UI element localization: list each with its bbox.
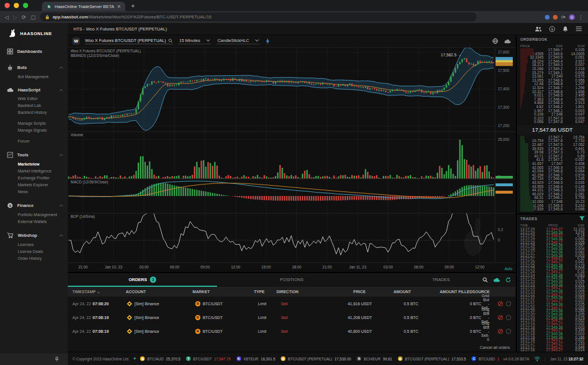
sidebar-item-tools[interactable]: Tools — [0, 149, 68, 160]
sidebar-item-licenses[interactable]: Licenses — [0, 241, 68, 248]
refresh-icon[interactable] — [505, 277, 511, 283]
search-icon[interactable] — [482, 277, 488, 283]
sidebar-item-exchange-profiler[interactable]: Exchange Profiler — [0, 174, 68, 181]
browser-profile-avatar[interactable]: G — [569, 14, 575, 20]
ticker-btc-usdt-perpetual-[interactable]: ◆BTC/USDT (PERPETUAL)17,533.5 — [398, 356, 466, 361]
tab-positions[interactable]: POSITIONS — [217, 273, 366, 287]
address-bar[interactable]: 🔒 app.haasbot.com/Marketview/Woo%20X%20F… — [40, 13, 477, 21]
price-chart[interactable]: 17,60017,50017,40017,30017,20017,582.5 →… — [68, 48, 516, 272]
ticker-btc-usdt-perpetual-[interactable]: ◆BTC/USDT (PERPETUAL)17,539.00 — [281, 356, 351, 361]
sidebar-item-market-intelligence[interactable]: Market Intelligence — [0, 167, 68, 174]
chevron-up-icon[interactable] — [59, 66, 63, 69]
minimize-window-button[interactable] — [14, 3, 19, 8]
ticker-btc-usdt[interactable]: TBTC/USDT17,547.79 — [186, 356, 230, 361]
tab-label: TRADES — [432, 277, 450, 282]
sidebar-item-haasscript[interactable]: HaasScript — [0, 85, 68, 95]
sidebar-item-finance[interactable]: $Finance — [0, 200, 68, 211]
cloud-download-icon[interactable] — [504, 39, 511, 44]
close-window-button[interactable] — [5, 3, 10, 8]
lightning-icon[interactable] — [265, 38, 270, 44]
svg-text:21:00: 21:00 — [78, 265, 88, 269]
sidebar-item-bot-management[interactable]: Bot Management — [0, 73, 68, 80]
ticker-pair: BTC/USDT — [193, 357, 212, 361]
sidebar-item-external-wallets[interactable]: External Wallets — [0, 218, 68, 225]
sidebar-item-backtest-lab[interactable]: Backtest Lab — [0, 102, 68, 109]
sidebar-item-marketview[interactable]: Marketview — [0, 160, 68, 167]
ticker-price: 25,370.5 — [166, 357, 180, 361]
forward-icon[interactable]: ▷ — [13, 14, 17, 20]
chevron-up-icon[interactable] — [59, 153, 63, 156]
brand-logo[interactable]: HAASONLINE — [0, 23, 68, 43]
sidebar-item-backtest-history[interactable]: Backtest History — [0, 109, 68, 116]
users-icon[interactable] — [535, 26, 542, 32]
browser-urlbar: ◁ ▷ ⟳ ▢ 🔒 app.haasbot.com/Marketview/Woo… — [0, 11, 588, 23]
trades-rows[interactable]: 13:27:2917,549.2711.22313:27:2917,549.38… — [517, 228, 588, 352]
ticker-btc-usd[interactable]: CBTC/USD17,549.02 — [471, 356, 499, 361]
extension-icon[interactable] — [545, 15, 550, 20]
market-selector[interactable]: Woo X Futures BTC/USDT (PERPETUAL) — [85, 38, 173, 44]
add-ticker-button[interactable]: + — [133, 356, 136, 362]
chevron-up-icon[interactable] — [59, 234, 63, 237]
pin-icon[interactable] — [54, 356, 60, 362]
globe-icon[interactable] — [492, 38, 498, 44]
version-label: v4.0.6.28 BETA — [504, 357, 529, 361]
filter-icon[interactable] — [579, 216, 585, 221]
ticker-xbteur[interactable]: KXBTEUR16,301.5 — [237, 356, 276, 361]
select-order-checkbox[interactable] — [506, 301, 511, 306]
tab-orders[interactable]: ORDERS3 — [68, 273, 217, 287]
back-icon[interactable]: ◁ — [5, 14, 9, 20]
select-order-checkbox[interactable] — [506, 315, 511, 320]
order-timestamp: Apr 24, 2207:08:19 — [72, 329, 127, 333]
select-order-checkbox[interactable] — [506, 329, 511, 334]
sidebar-item-bots[interactable]: Bots — [0, 62, 68, 73]
chevron-up-icon[interactable] — [59, 204, 63, 207]
sidebar-item-manage-signals[interactable]: Manage Signals — [0, 126, 68, 133]
axis-auto-toggle[interactable]: Auto — [505, 267, 512, 271]
col-timestamp: TIMESTAMP ⌄ — [72, 290, 126, 294]
sidebar-item-order-history[interactable]: Order History — [0, 255, 68, 262]
extension-icon[interactable] — [553, 15, 558, 20]
sidebar-item-portfolio-management[interactable]: Portfolio Management — [0, 211, 68, 218]
ticker-btc-aud[interactable]: ◆BTC/AUD25,370.5 — [140, 356, 180, 361]
orderbook-bids[interactable]: 17,547.719.75419.75417,547.62.73322.4871… — [517, 136, 588, 212]
orderbook-asks[interactable]: 17,549.70.10532.439517,549.614.090532.33… — [517, 48, 588, 124]
sidebar-item-webshop[interactable]: Webshop — [0, 230, 68, 241]
reload-icon[interactable]: ⟳ — [22, 14, 26, 20]
extensions-puzzle-icon[interactable]: ⚩ — [561, 14, 566, 20]
chart-style-select[interactable]: CandleStickHLC — [216, 38, 260, 44]
sidebar-section-label: Webshop — [18, 233, 37, 238]
bell-icon[interactable] — [562, 26, 568, 32]
sidebar-item-web-editor[interactable]: Web Editor — [0, 95, 68, 102]
dollar-circle-icon[interactable]: $ — [549, 26, 555, 32]
cloud-download-icon[interactable] — [493, 278, 500, 283]
trades-col-price: PRICE — [543, 224, 563, 227]
depth-bar — [520, 151, 528, 155]
sidebar-item-manage-scripts[interactable]: Manage Scripts — [0, 120, 68, 126]
cancel-order-icon[interactable] — [498, 315, 503, 320]
menu-icon[interactable] — [575, 26, 582, 32]
order-row[interactable]: Apr 24, 2207:08:19[Sim] BinanceBBTC/USDT… — [68, 324, 516, 338]
sidebar-item-dashboards[interactable]: Dashboards — [0, 46, 68, 57]
window-controls[interactable] — [5, 3, 28, 8]
cancel-order-icon[interactable] — [498, 329, 503, 334]
tab-close-icon[interactable]: ✕ — [117, 4, 121, 9]
sidebar-item-license-deals[interactable]: License Deals — [0, 248, 68, 255]
bookmark-icon[interactable]: ▢ — [30, 14, 36, 20]
ticker-bch-eur[interactable]: BBCH/EUR99.61 — [357, 356, 392, 361]
cancel-order-icon[interactable] — [498, 301, 503, 306]
sidebar-item-markets-explorer[interactable]: Markets Explorer — [0, 181, 68, 188]
chevron-up-icon[interactable] — [59, 89, 63, 91]
cancel-all-orders-link[interactable]: Cancel all orders — [479, 345, 510, 349]
maximize-window-button[interactable] — [23, 3, 28, 8]
sidebar-item-news[interactable]: News — [0, 188, 68, 195]
sidebar-item-forum[interactable]: Forum — [0, 137, 68, 144]
browser-menu-icon[interactable]: ⋮ — [578, 14, 583, 20]
interval-select[interactable]: 15 Minutes — [178, 38, 211, 44]
trades-panel: TRADES TIMEPRICESIZE 13:27:2917,549.2711… — [517, 214, 588, 352]
browser-tab[interactable]: h HaasOnline TradeServer BETA ✕ — [42, 2, 125, 11]
new-tab-button[interactable]: + — [131, 2, 134, 9]
orderbook-row[interactable]: 17,545.80.09667.635 — [517, 208, 588, 212]
order-row[interactable]: Apr 24, 2207:08:20[Sim] BinanceBBTC/USDT… — [68, 297, 516, 310]
tools-icon — [7, 152, 13, 158]
order-row[interactable]: Apr 24, 2207:08:19[Sim] BinanceBBTC/USDT… — [68, 310, 516, 324]
